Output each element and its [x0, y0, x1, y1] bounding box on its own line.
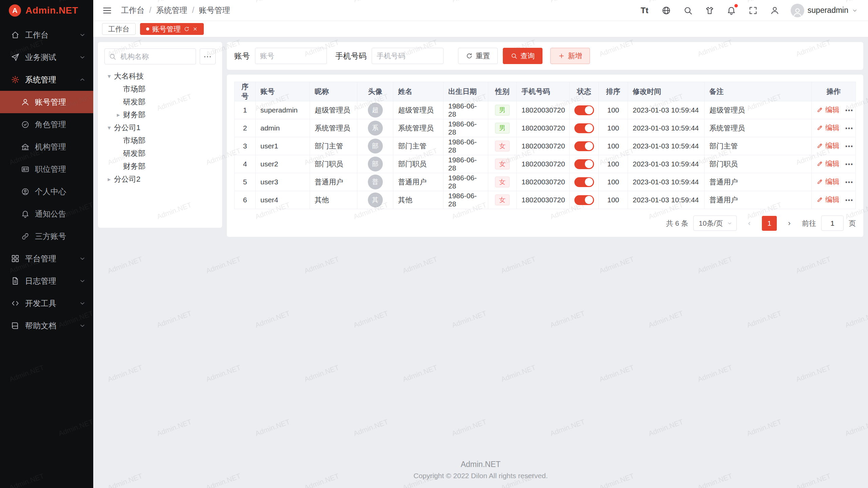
- role-icon: [20, 120, 30, 129]
- tree-node[interactable]: ▾分公司1: [104, 121, 216, 134]
- sidebar-item-personal-center[interactable]: 个人中心: [0, 180, 93, 203]
- more-actions-icon[interactable]: ⋯: [845, 196, 853, 205]
- more-actions-icon[interactable]: ⋯: [845, 160, 853, 169]
- brand-logo-icon: A: [9, 4, 21, 17]
- sidebar-item-notice[interactable]: 通知公告: [0, 203, 93, 225]
- goto-page-input[interactable]: [821, 216, 844, 231]
- id-card-icon: [20, 164, 30, 174]
- edit-button[interactable]: 编辑: [816, 105, 840, 115]
- status-toggle[interactable]: [574, 177, 594, 187]
- edit-button[interactable]: 编辑: [816, 177, 840, 186]
- page-size-select[interactable]: 10条/页: [693, 216, 737, 231]
- tree-node[interactable]: 市场部: [104, 134, 216, 147]
- current-page-button[interactable]: 1: [762, 216, 777, 231]
- topbar: 工作台 / 系统管理 / 账号管理 Tt superadmin: [93, 0, 868, 21]
- chevron-down-icon: [852, 7, 858, 14]
- notification-badge: [734, 4, 738, 7]
- sidebar-item-account-management[interactable]: 账号管理: [0, 91, 93, 113]
- reset-button[interactable]: 重置: [458, 48, 498, 64]
- sidebar-item-dev-tools[interactable]: 开发工具: [0, 292, 93, 314]
- breadcrumb-item[interactable]: 账号管理: [199, 5, 230, 16]
- sidebar-item-business-test[interactable]: 业务测试: [0, 46, 93, 68]
- edit-button[interactable]: 编辑: [816, 141, 840, 150]
- breadcrumb-separator: /: [149, 6, 151, 15]
- org-search-input[interactable]: [104, 48, 196, 64]
- sidebar-item-org-management[interactable]: 机构管理: [0, 136, 93, 158]
- sidebar-item-platform-management[interactable]: 平台管理: [0, 247, 93, 270]
- topbar-actions: Tt superadmin: [639, 4, 858, 17]
- right-column: 账号 手机号码 重置 查询 新增: [227, 42, 863, 237]
- tree-node[interactable]: ▸分公司2: [104, 173, 216, 186]
- code-icon: [11, 299, 20, 308]
- gender-badge: 女: [495, 177, 510, 188]
- prev-page-button[interactable]: ‹: [742, 216, 757, 231]
- notification-bell-icon[interactable]: [726, 5, 737, 16]
- edit-button[interactable]: 编辑: [816, 123, 840, 133]
- tree-node[interactable]: 财务部: [104, 160, 216, 173]
- breadcrumb-item[interactable]: 系统管理: [156, 5, 187, 16]
- tree-node[interactable]: ▾大名科技: [104, 70, 216, 83]
- user-icon[interactable]: [769, 5, 781, 16]
- caret-down-icon[interactable]: ▾: [104, 124, 114, 131]
- sidebar-menu: 工作台 业务测试 系统管理 账号管理 角色管理 机构管理 职位管理: [0, 21, 93, 488]
- tree-node[interactable]: 市场部: [104, 83, 216, 96]
- theme-icon[interactable]: [704, 5, 715, 16]
- sidebar-item-log-management[interactable]: 日志管理: [0, 270, 93, 292]
- caret-right-icon[interactable]: ▸: [114, 111, 123, 119]
- more-actions-icon[interactable]: ⋯: [845, 124, 853, 133]
- status-toggle[interactable]: [574, 195, 594, 205]
- home-icon: [11, 30, 20, 40]
- sidebar-item-third-party-account[interactable]: 三方账号: [0, 225, 93, 247]
- search-button[interactable]: 查询: [503, 48, 542, 64]
- sidebar-item-role-management[interactable]: 角色管理: [0, 113, 93, 136]
- caret-down-icon[interactable]: ▾: [104, 73, 114, 80]
- more-actions-icon[interactable]: ⋯: [845, 142, 853, 151]
- search-icon[interactable]: [682, 5, 694, 16]
- add-button[interactable]: 新增: [550, 48, 590, 64]
- sidebar-item-workbench[interactable]: 工作台: [0, 24, 93, 46]
- close-icon[interactable]: [193, 26, 198, 32]
- menu-collapse-icon[interactable]: [102, 5, 112, 16]
- goto-label: 前往: [802, 219, 816, 228]
- phone-input[interactable]: [372, 48, 443, 64]
- tree-node[interactable]: ▸财务部: [104, 108, 216, 121]
- sidebar-item-position-management[interactable]: 职位管理: [0, 158, 93, 180]
- language-icon[interactable]: [660, 5, 672, 16]
- paper-plane-icon: [11, 53, 20, 62]
- breadcrumb-item[interactable]: 工作台: [121, 5, 144, 16]
- status-toggle[interactable]: [574, 141, 594, 151]
- table-row: 5 user3 普通用户 普 普通用户 1986-06-28 女 1802003…: [235, 173, 856, 191]
- gender-badge: 女: [495, 159, 510, 170]
- next-page-button[interactable]: ›: [782, 216, 797, 231]
- tree-node[interactable]: 研发部: [104, 147, 216, 160]
- fullscreen-icon[interactable]: [747, 5, 759, 16]
- chevron-up-icon: [79, 76, 86, 83]
- font-size-icon[interactable]: Tt: [639, 5, 650, 16]
- chevron-down-icon: [79, 278, 86, 284]
- refresh-icon[interactable]: [184, 26, 190, 32]
- sidebar-item-system-management[interactable]: 系统管理: [0, 68, 93, 91]
- status-toggle[interactable]: [574, 105, 594, 115]
- account-input[interactable]: [255, 48, 327, 64]
- edit-button[interactable]: 编辑: [816, 195, 840, 204]
- document-icon: [11, 276, 20, 286]
- tab-workbench[interactable]: 工作台: [102, 23, 136, 35]
- sidebar-item-help-docs[interactable]: 帮助文档: [0, 314, 93, 337]
- tree-node[interactable]: 研发部: [104, 96, 216, 108]
- more-actions-icon[interactable]: ⋯: [845, 178, 853, 187]
- table-row: 2 admin 系统管理员 系 系统管理员 1986-06-28 男 18020…: [235, 119, 856, 137]
- chevron-down-icon: [79, 322, 86, 329]
- tab-account-management[interactable]: 账号管理: [140, 23, 204, 35]
- row-avatar: 普: [368, 175, 383, 189]
- tree-more-button[interactable]: ⋯: [200, 48, 216, 64]
- footer: Admin.NET Copyright © 2022 Dilon All rig…: [93, 454, 868, 488]
- user-menu[interactable]: superadmin: [791, 4, 858, 17]
- tabbar: 工作台 账号管理: [93, 21, 868, 37]
- more-actions-icon[interactable]: ⋯: [845, 106, 853, 115]
- status-toggle[interactable]: [574, 123, 594, 133]
- status-toggle[interactable]: [574, 159, 594, 169]
- edit-button[interactable]: 编辑: [816, 159, 840, 168]
- caret-right-icon[interactable]: ▸: [104, 176, 114, 183]
- gender-badge: 女: [495, 195, 510, 206]
- username: superadmin: [808, 6, 848, 15]
